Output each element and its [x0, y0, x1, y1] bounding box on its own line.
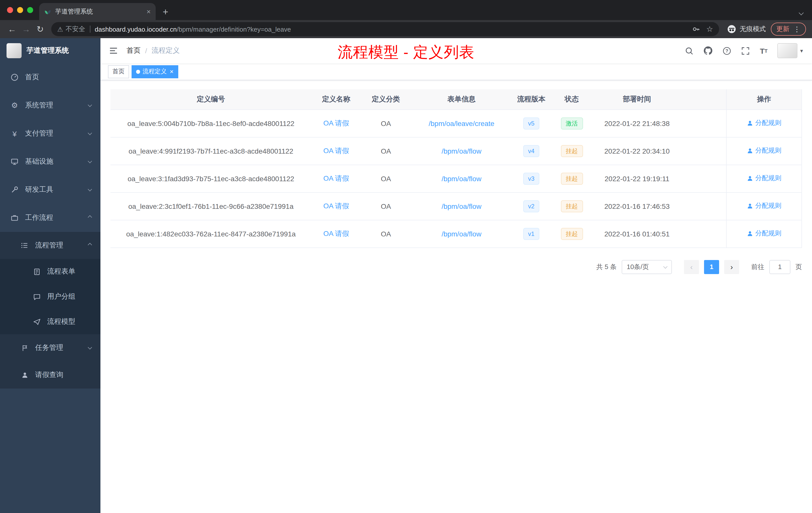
breadcrumb-home[interactable]: 首页 — [126, 46, 141, 55]
form-link[interactable]: /bpm/oa/flow — [442, 147, 482, 155]
hamburger-icon[interactable] — [100, 46, 126, 56]
sidebar-item-label: 基础设施 — [25, 157, 88, 166]
process-list-icon — [20, 241, 29, 249]
sidebar-item-workflow[interactable]: 工作流程 — [0, 204, 100, 232]
tag-home[interactable]: 首页 — [108, 65, 129, 78]
favicon — [44, 8, 51, 15]
forward-button[interactable]: → — [19, 25, 33, 33]
chevron-down-icon — [88, 159, 92, 163]
font-size-icon[interactable]: TT — [760, 47, 767, 55]
version-badge: v2 — [523, 200, 539, 212]
table-row: oa_leave:2:3c1f0ef1-76b1-11ec-9c66-a2380… — [111, 192, 802, 220]
form-link[interactable]: /bpm/oa/flow — [442, 230, 482, 238]
avatar[interactable]: ▾ — [778, 43, 803, 58]
svg-text:?: ? — [726, 48, 728, 53]
table-row: oa_leave:5:004b710b-7b8a-11ec-8ef0-acde4… — [111, 110, 802, 137]
tab-search-chevron-icon[interactable] — [800, 7, 803, 17]
version-badge: v4 — [523, 145, 539, 157]
sidebar-item-system[interactable]: ⚙ 系统管理 — [0, 91, 100, 119]
assign-rule-link[interactable]: 分配规则 — [747, 229, 781, 238]
assign-rule-link[interactable]: 分配规则 — [747, 146, 781, 155]
main-area: 首页 / 流程定义 ? T — [100, 38, 812, 513]
sidebar-item-process-form[interactable]: 流程表单 — [0, 259, 100, 284]
dashboard-icon — [10, 73, 19, 81]
window-close-button[interactable] — [7, 7, 13, 13]
browser-menu-dots-icon[interactable]: ⋮ — [793, 25, 801, 33]
assign-rule-link[interactable]: 分配规则 — [747, 174, 781, 183]
deploy-time: 2022-01-22 19:19:11 — [593, 164, 681, 192]
sidebar-item-process-management[interactable]: 流程管理 — [0, 232, 100, 259]
definition-name-link[interactable]: OA 请假 — [323, 202, 349, 210]
gear-icon: ⚙ — [10, 101, 19, 110]
page-size-select[interactable]: 10条/页 — [622, 260, 672, 274]
page-url[interactable]: dashboard.yudao.iocoder.cn/bpm/manager/d… — [95, 25, 291, 33]
sidebar-item-home[interactable]: 首页 — [0, 63, 100, 91]
github-icon[interactable] — [703, 46, 713, 55]
workflow-icon — [10, 214, 19, 222]
tag-process-definition[interactable]: 流程定义 × — [132, 65, 178, 78]
sidebar-item-process-model[interactable]: 流程模型 — [0, 309, 100, 334]
person-icon — [747, 148, 753, 154]
col-form-info: 表单信息 — [411, 89, 512, 110]
col-deploy-time: 部署时间 — [593, 89, 681, 110]
back-button[interactable]: ← — [5, 25, 19, 33]
deploy-time: 2022-01-22 21:48:38 — [593, 110, 681, 137]
form-link[interactable]: /bpm/oa/flow — [442, 202, 482, 210]
url-path: /bpm/manager/definition?key=oa_leave — [177, 25, 291, 33]
definition-name-link[interactable]: OA 请假 — [323, 119, 349, 127]
definition-table: 定义编号 定义名称 定义分类 表单信息 流程版本 状态 部署时间 操作 — [111, 89, 802, 248]
app-logo[interactable]: 芋道管理系统 — [0, 38, 100, 63]
definition-name-link[interactable]: OA 请假 — [323, 174, 349, 182]
update-label[interactable]: 更新 — [776, 25, 789, 34]
chevron-down-icon — [663, 264, 668, 269]
chevron-down-icon — [88, 103, 92, 107]
app-root: 芋道管理系统 首页 ⚙ 系统管理 ¥ 支付管理 — [0, 38, 812, 513]
definition-category: OA — [361, 192, 411, 220]
goto-page-input[interactable] — [769, 260, 790, 274]
fullscreen-icon[interactable] — [741, 47, 750, 55]
sidebar-item-label: 系统管理 — [25, 101, 88, 110]
security-label[interactable]: 不安全 — [65, 25, 85, 34]
definition-name-link[interactable]: OA 请假 — [323, 229, 349, 237]
warning-icon: ⚠ — [57, 25, 63, 33]
passwords-key-icon[interactable] — [692, 25, 700, 33]
bookmark-star-icon[interactable]: ☆ — [706, 25, 713, 34]
sidebar-item-task-management[interactable]: 任务管理 — [0, 334, 100, 361]
new-tab-button[interactable]: + — [163, 7, 168, 17]
table-row: oa_leave:4:991f2193-7b7f-11ec-a3c8-acde4… — [111, 137, 802, 164]
deploy-time: 2022-01-16 17:46:53 — [593, 192, 681, 220]
sidebar-item-leave-query[interactable]: 请假查询 — [0, 361, 100, 389]
yen-icon: ¥ — [10, 129, 19, 138]
prev-page-button[interactable]: ‹ — [684, 260, 699, 274]
browser-update-chip[interactable]: 更新 ⋮ — [771, 23, 806, 36]
form-link[interactable]: /bpm/oa/flow — [442, 175, 482, 182]
page-1-button[interactable]: 1 — [704, 260, 719, 274]
definition-name-link[interactable]: OA 请假 — [323, 146, 349, 154]
form-link[interactable]: /bpm/oa/leave/create — [429, 119, 494, 127]
window-zoom-button[interactable] — [27, 7, 33, 13]
sidebar-item-devtools[interactable]: 研发工具 — [0, 176, 100, 204]
sidebar-item-user-group[interactable]: 用户分组 — [0, 284, 100, 309]
help-icon[interactable]: ? — [723, 47, 731, 55]
browser-tab[interactable]: 芋道管理系统 × — [39, 3, 156, 20]
next-page-button[interactable]: › — [724, 260, 739, 274]
tab-close-icon[interactable]: × — [147, 8, 151, 15]
table-row: oa_leave:1:482ec033-762a-11ec-8477-a2380… — [111, 220, 802, 247]
close-icon[interactable]: × — [170, 68, 174, 75]
sidebar-item-infrastructure[interactable]: 基础设施 — [0, 148, 100, 176]
page-size-value: 10条/页 — [627, 262, 649, 271]
chevron-up-icon — [88, 243, 92, 247]
assign-rule-link[interactable]: 分配规则 — [747, 202, 781, 211]
address-bar[interactable]: ⚠ 不安全 dashboard.yudao.iocoder.cn/bpm/man… — [51, 22, 719, 36]
person-icon — [747, 120, 753, 126]
page-content: 定义编号 定义名称 定义分类 表单信息 流程版本 状态 部署时间 操作 — [100, 80, 812, 513]
sidebar-item-payment[interactable]: ¥ 支付管理 — [0, 119, 100, 148]
search-icon[interactable] — [685, 47, 694, 55]
window-minimize-button[interactable] — [17, 7, 23, 13]
app-title: 芋道管理系统 — [27, 46, 69, 55]
breadcrumb-current: 流程定义 — [152, 46, 180, 55]
deploy-time: 2022-01-16 01:40:51 — [593, 220, 681, 247]
reload-button[interactable]: ↻ — [33, 25, 47, 33]
task-icon — [20, 344, 29, 352]
assign-rule-link[interactable]: 分配规则 — [747, 119, 781, 128]
